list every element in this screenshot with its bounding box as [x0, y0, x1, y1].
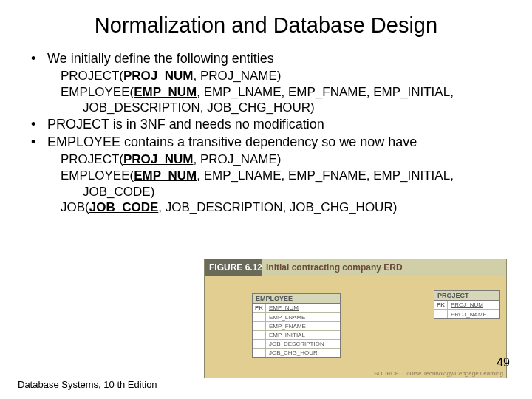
column: EMP_INITIAL: [266, 331, 340, 339]
figure-label: FIGURE 6.12: [205, 259, 262, 276]
column: PROJ_NAME: [448, 310, 499, 318]
bullet-1: • We initially define the following enti…: [30, 51, 502, 67]
entity-title: EMPLOYEE: [253, 294, 340, 304]
entity-employee-2: EMPLOYEE(EMP_NUM, EMP_LNAME, EMP_FNAME, …: [30, 168, 502, 184]
figure-header: FIGURE 6.12 Initial contracting company …: [205, 259, 506, 276]
text: JOB(: [61, 200, 89, 214]
bullet-icon: •: [30, 51, 47, 67]
bullet-3-text: EMPLOYEE contains a transitive dependenc…: [47, 134, 502, 151]
figure-caption: Initial contracting company ERD: [262, 259, 506, 276]
pk-column: EMP_NUM: [266, 304, 340, 312]
text: , JOB_DESCRIPTION, JOB_CHG_HOUR): [158, 200, 397, 214]
text: , EMP_LNAME, EMP_FNAME, EMP_INITIAL,: [197, 85, 454, 99]
footer-text: Database Systems, 10 th Edition: [18, 379, 157, 390]
bullet-icon: •: [30, 117, 47, 133]
erd-entity-employee: EMPLOYEE PK EMP_NUM EMP_LNAME EMP_FNAME …: [252, 293, 341, 358]
text: PROJECT(: [61, 152, 123, 166]
pk-text: PROJ_NUM: [123, 69, 193, 83]
text: , PROJ_NAME): [193, 152, 281, 166]
bullet-1-text: We initially define the following entiti…: [47, 51, 502, 67]
entity-job: JOB(JOB_CODE, JOB_DESCRIPTION, JOB_CHG_H…: [30, 200, 502, 216]
bullet-2: • PROJECT is in 3NF and needs no modific…: [30, 117, 502, 133]
pk-label: PK: [434, 301, 448, 309]
entity-project-1: PROJECT(PROJ_NUM, PROJ_NAME): [30, 69, 502, 84]
column: JOB_DESCRIPTION: [266, 340, 340, 348]
bullet-icon: •: [30, 134, 47, 151]
text: PROJECT(: [61, 69, 123, 83]
text: 6.12: [245, 262, 262, 273]
text: FIGURE: [209, 262, 242, 273]
entity-employee-2-cont: JOB_CODE): [30, 185, 502, 200]
pk-text: EMP_NUM: [134, 85, 197, 99]
bullet-3: • EMPLOYEE contains a transitive depende…: [30, 134, 502, 151]
pk-column: PROJ_NUM: [448, 301, 499, 309]
page-number: 49: [497, 356, 510, 369]
slide-title: Normalization and Database Design: [30, 13, 502, 38]
column: EMP_LNAME: [266, 313, 340, 321]
pk-label: PK: [253, 304, 266, 312]
slide: Normalization and Database Design • We i…: [0, 0, 532, 399]
text: , PROJ_NAME): [193, 69, 281, 83]
entity-title: PROJECT: [434, 291, 499, 301]
figure-6-12: FIGURE 6.12 Initial contracting company …: [204, 259, 507, 378]
entity-project-2: PROJECT(PROJ_NUM, PROJ_NAME): [30, 152, 502, 168]
column: EMP_FNAME: [266, 322, 340, 330]
figure-body: EMPLOYEE PK EMP_NUM EMP_LNAME EMP_FNAME …: [205, 276, 506, 378]
text: EMPLOYEE(: [61, 168, 134, 183]
pk-text: PROJ_NUM: [123, 152, 193, 166]
text: , EMP_LNAME, EMP_FNAME, EMP_INITIAL,: [197, 168, 454, 183]
pk-text: JOB_CODE: [89, 200, 159, 214]
text: EMPLOYEE(: [61, 85, 134, 99]
bullet-2-text: PROJECT is in 3NF and needs no modificat…: [47, 117, 502, 133]
figure-source: SOURCE: Course Technology/Cengage Learni…: [374, 370, 503, 377]
entity-employee-1: EMPLOYEE(EMP_NUM, EMP_LNAME, EMP_FNAME, …: [30, 85, 502, 100]
content: • We initially define the following enti…: [30, 51, 502, 216]
pk-text: EMP_NUM: [134, 168, 197, 183]
column: JOB_CHG_HOUR: [266, 349, 340, 357]
erd-entity-project: PROJECT PK PROJ_NUM PROJ_NAME: [434, 290, 500, 319]
entity-employee-1-cont: JOB_DESCRIPTION, JOB_CHG_HOUR): [30, 100, 502, 116]
